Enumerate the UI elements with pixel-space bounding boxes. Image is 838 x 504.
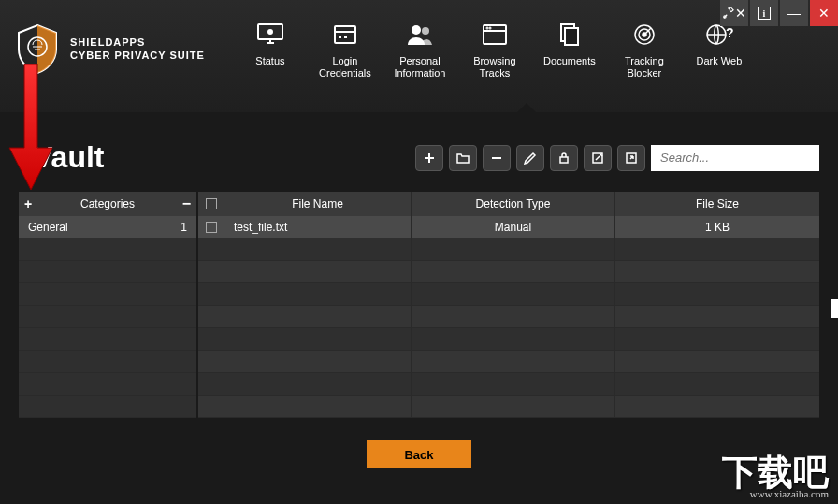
svg-text:?: ? [726, 25, 733, 40]
people-icon [405, 22, 435, 48]
export-button[interactable] [617, 145, 645, 171]
credentials-icon [330, 22, 360, 48]
svg-point-3 [268, 30, 272, 34]
svg-rect-4 [335, 26, 355, 43]
file-row-empty [198, 373, 819, 396]
column-detection-type[interactable]: Detection Type [412, 192, 615, 216]
monitor-icon [255, 22, 285, 48]
file-row-empty [198, 306, 819, 328]
brand-name: SHIELDAPPS [70, 36, 205, 49]
category-row-empty [19, 238, 196, 261]
category-row-empty [19, 373, 196, 396]
tab-browsing-tracks[interactable]: Browsing Tracks [457, 17, 532, 84]
category-row-empty [19, 283, 196, 306]
lock-button[interactable] [550, 145, 578, 171]
annotation-arrow [7, 64, 54, 194]
brand-product: CYBER PRIVACY SUITE [70, 50, 205, 62]
files-panel: File Name Detection Type File Size test_… [198, 192, 819, 418]
file-size-cell: 1 KB [615, 216, 819, 238]
info-button[interactable]: i [750, 0, 778, 26]
file-row-empty [198, 238, 819, 261]
column-file-size[interactable]: File Size [615, 192, 819, 216]
active-tab-indicator [517, 103, 536, 112]
minimize-button[interactable]: — [780, 0, 808, 26]
svg-point-8 [486, 28, 487, 29]
category-remove-button[interactable]: − [182, 195, 191, 212]
category-row-empty [19, 306, 196, 328]
file-row-empty [198, 261, 819, 283]
radar-icon [629, 22, 659, 48]
column-filename[interactable]: File Name [224, 192, 412, 216]
add-button[interactable] [415, 145, 443, 171]
tab-login-credentials[interactable]: Login Credentials [308, 17, 383, 84]
edit-button[interactable] [516, 145, 544, 171]
svg-point-6 [422, 27, 429, 35]
browser-icon [480, 22, 510, 48]
categories-panel: + Categories − General 1 [19, 192, 196, 418]
category-row-empty [19, 328, 196, 351]
tab-dark-web[interactable]: ? Dark Web [682, 17, 757, 84]
tab-tracking-blocker[interactable]: Tracking Blocker [607, 17, 682, 84]
search-input[interactable] [651, 145, 819, 171]
file-row-empty [198, 351, 819, 373]
svg-rect-17 [560, 157, 568, 163]
file-name-cell: test_file.txt [224, 216, 412, 238]
select-all-checkbox[interactable] [198, 192, 224, 216]
category-row-empty [19, 261, 196, 283]
category-row-empty [19, 351, 196, 373]
settings-button[interactable]: ✕ [720, 0, 748, 26]
file-row-empty [198, 283, 819, 306]
remove-button[interactable] [483, 145, 511, 171]
categories-header: Categories [80, 197, 135, 210]
category-add-button[interactable]: + [24, 196, 32, 211]
folder-button[interactable] [449, 145, 477, 171]
watermark: 下载吧 www.xiazaiba.com [722, 456, 829, 499]
tab-personal-info[interactable]: Personal Information [383, 17, 457, 84]
tab-status[interactable]: Status [233, 17, 308, 84]
svg-point-9 [489, 28, 490, 29]
tab-documents[interactable]: Documents [532, 17, 607, 84]
note-button[interactable] [584, 145, 612, 171]
svg-rect-11 [565, 28, 578, 45]
file-row[interactable]: test_file.txt Manual 1 KB [198, 216, 819, 238]
row-checkbox[interactable] [198, 216, 224, 238]
back-button[interactable]: Back [367, 440, 471, 468]
category-row-empty [19, 396, 196, 418]
svg-point-5 [412, 25, 421, 35]
category-row[interactable]: General 1 [19, 216, 196, 238]
file-row-empty [198, 328, 819, 351]
file-type-cell: Manual [412, 216, 615, 238]
close-button[interactable]: ✕ [810, 0, 838, 26]
documents-icon [555, 22, 585, 48]
scrollbar-thumb[interactable] [831, 299, 838, 318]
file-row-empty [198, 396, 819, 418]
